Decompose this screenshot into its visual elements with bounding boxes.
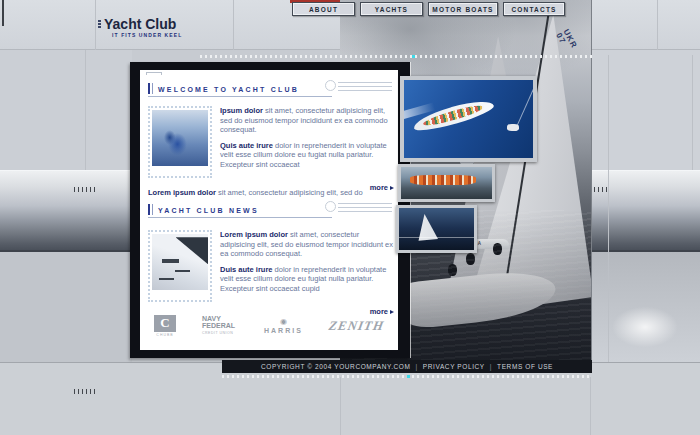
harris-emblem-icon: ◉ — [280, 318, 287, 326]
panel-bg — [0, 50, 132, 170]
partner-logo-harris[interactable]: ◉ HARRIS — [264, 318, 303, 334]
crew-photo — [152, 110, 208, 166]
corner-mark — [2, 0, 4, 26]
gallery-photo-crew — [398, 164, 495, 202]
copyright-text: COPYRIGHT © 2004 YOURCOMPANY.COM — [261, 363, 411, 370]
panel-notch — [146, 72, 162, 75]
logo-title: Yacht Club — [98, 17, 238, 31]
glow-highlight — [598, 298, 692, 356]
paragraph-lead: Quis aute irure — [220, 141, 273, 150]
news-photo-stamp — [148, 230, 212, 302]
terms-of-use-link[interactable]: TERMS OF USE — [497, 363, 553, 370]
divider — [608, 55, 609, 362]
divider — [590, 377, 591, 435]
paragraph: Lorem ipsum dolor sit amet, consectetur … — [220, 230, 394, 259]
sailboat-image — [399, 208, 474, 250]
horizon-line — [399, 237, 474, 238]
nav-motor-boats[interactable]: MOTOR BOATS — [428, 2, 498, 16]
partner-name: NAVY FEDERAL — [202, 315, 238, 329]
nav-contacts[interactable]: CONTACTS — [503, 2, 565, 16]
nav-yachts[interactable]: YACHTS — [360, 2, 423, 16]
sail-shape — [399, 208, 474, 250]
cyan-dot — [407, 375, 410, 378]
partner-logos: C CHUBB NAVY FEDERAL CREDIT UNION ◉ HARR… — [146, 308, 392, 344]
site-logo[interactable]: Yacht Club IT FITS UNDER KEEL — [98, 17, 238, 38]
metal-band-left — [0, 170, 132, 252]
aerial-yacht-image — [404, 80, 533, 158]
welcome-story: Ipsum dolor sit amet, consectetur adipis… — [148, 106, 394, 194]
dinghy — [507, 124, 519, 131]
paragraph: Ipsum dolor sit amet, consectetur adipis… — [220, 106, 394, 135]
content-panel: WELCOME TO YACHT CLUB Ipsum dolor sit am… — [140, 70, 398, 350]
decorative-fineprint — [338, 203, 392, 215]
yacht-top-view — [411, 95, 495, 134]
welcome-text: Ipsum dolor sit amet, consectetur adipis… — [220, 106, 394, 194]
decorative-fineprint — [338, 82, 392, 94]
welcome-photo-stamp — [148, 106, 212, 178]
rig-line — [516, 80, 533, 128]
boat-photo — [152, 234, 208, 290]
gallery-photo-sailboat — [396, 205, 477, 253]
page: UKR 07 SEPHORA WELCOME TO YACHT CLUB Ips… — [0, 0, 700, 435]
news-story: Lorem ipsum dolor sit amet, consectetur … — [148, 230, 394, 318]
divider — [657, 0, 658, 50]
tagline-body: sit amet, consectetur adipisicing elit, … — [216, 188, 363, 197]
nav-about[interactable]: ABOUT — [292, 2, 355, 16]
ruler-ticks — [74, 187, 96, 192]
privacy-policy-link[interactable]: PRIVACY POLICY — [423, 363, 485, 370]
dotted-strip-bottom — [222, 375, 592, 378]
paragraph: Quis aute irure dolor in reprehenderit i… — [220, 141, 394, 170]
logo-tagline: IT FITS UNDER KEEL — [112, 32, 238, 38]
crew-image — [401, 167, 492, 199]
intro-tagline: Lorem ipsum dolor sit amet, consectetur … — [148, 188, 396, 198]
dotted-strip-top — [200, 55, 592, 58]
partner-logo-chubb[interactable]: C CHUBB — [154, 315, 176, 337]
divider — [85, 50, 86, 170]
partner-name: CHUBB — [154, 333, 176, 337]
welcome-section-title: WELCOME TO YACHT CLUB — [148, 82, 332, 97]
news-text: Lorem ipsum dolor sit amet, consectetur … — [220, 230, 394, 318]
crew-row — [410, 175, 476, 185]
news-section-title: YACHT CLUB NEWS — [148, 203, 332, 218]
partner-logo-zenith[interactable]: ZENITH — [327, 318, 385, 334]
panel-bg — [0, 252, 132, 362]
footer-bar: COPYRIGHT © 2004 YOURCOMPANY.COM | PRIVA… — [222, 360, 592, 373]
paragraph-lead: Duis aute irure — [220, 265, 273, 274]
partner-logo-navy-federal[interactable]: NAVY FEDERAL CREDIT UNION — [202, 315, 238, 337]
chubb-mark-icon: C — [154, 315, 176, 332]
gallery-photo-aerial-yacht — [400, 76, 537, 162]
paragraph-lead: Ipsum dolor — [220, 106, 263, 115]
content-frame: WELCOME TO YACHT CLUB Ipsum dolor sit am… — [130, 62, 410, 358]
ruler-ticks — [594, 187, 607, 192]
divider — [95, 0, 96, 50]
divider — [692, 55, 693, 170]
paragraph-lead: Lorem ipsum dolor — [220, 230, 288, 239]
footer-separator: | — [416, 363, 418, 370]
footer-separator: | — [490, 363, 492, 370]
ruler-ticks — [74, 389, 96, 394]
partner-subname: CREDIT UNION — [202, 330, 238, 337]
divider — [340, 377, 341, 435]
cyan-dot — [412, 55, 415, 58]
paragraph: Duis aute irure dolor in reprehenderit i… — [220, 265, 394, 294]
partner-name: HARRIS — [264, 327, 303, 334]
tagline-lead: Lorem ipsum dolor — [148, 188, 216, 197]
